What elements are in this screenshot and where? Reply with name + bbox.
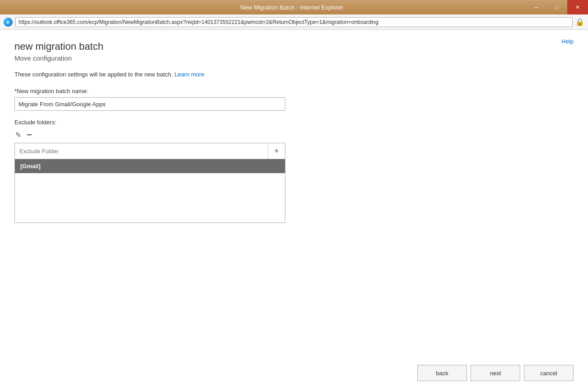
cancel-button[interactable]: cancel — [524, 365, 574, 381]
exclude-folder-input[interactable] — [15, 143, 268, 159]
remove-icon: − — [27, 130, 32, 139]
add-folder-button[interactable]: + — [268, 143, 285, 159]
remove-folder-button[interactable]: − — [26, 129, 33, 140]
folder-item[interactable]: [Gmail] — [15, 159, 285, 173]
close-button[interactable]: ✕ — [567, 0, 588, 14]
folder-input-row: + — [15, 143, 285, 159]
content-area: Help new migration batch Move configurat… — [0, 30, 588, 392]
restore-button[interactable]: □ — [546, 0, 567, 14]
folder-list: [Gmail] — [15, 159, 285, 222]
back-button[interactable]: back — [417, 365, 467, 381]
exclude-folders-label: Exclude folders: — [14, 119, 574, 126]
bottom-buttons: back next cancel — [417, 365, 574, 381]
next-button[interactable]: next — [471, 365, 520, 381]
lock-icon: 🔒 — [575, 18, 584, 26]
ie-icon: e — [4, 18, 13, 27]
page-title: new migration batch — [14, 41, 574, 52]
batch-name-label: *New migration batch name: — [14, 88, 574, 94]
help-link[interactable]: Help — [561, 38, 574, 45]
browser-logo: e — [4, 18, 13, 27]
address-bar: e 🔒 — [0, 14, 588, 30]
edit-icon: ✎ — [15, 131, 21, 139]
url-input[interactable] — [15, 17, 573, 27]
edit-folder-button[interactable]: ✎ — [14, 130, 22, 140]
window-controls: ─ □ ✕ — [526, 0, 588, 14]
minimize-button[interactable]: ─ — [526, 0, 546, 14]
page-subtitle: Move configuration — [14, 54, 574, 62]
title-bar: New Migration Batch - Internet Explorer … — [0, 0, 588, 14]
window-title: New Migration Batch - Internet Explorer — [58, 4, 526, 11]
folder-toolbar: ✎ − — [14, 129, 574, 140]
description-text: These configuration settings will be app… — [14, 71, 173, 78]
batch-name-input[interactable] — [14, 97, 285, 111]
description: These configuration settings will be app… — [14, 71, 574, 78]
folder-input-area: + [Gmail] — [14, 143, 285, 223]
learn-more-link[interactable]: Learn more — [174, 71, 204, 78]
add-icon: + — [274, 146, 279, 156]
